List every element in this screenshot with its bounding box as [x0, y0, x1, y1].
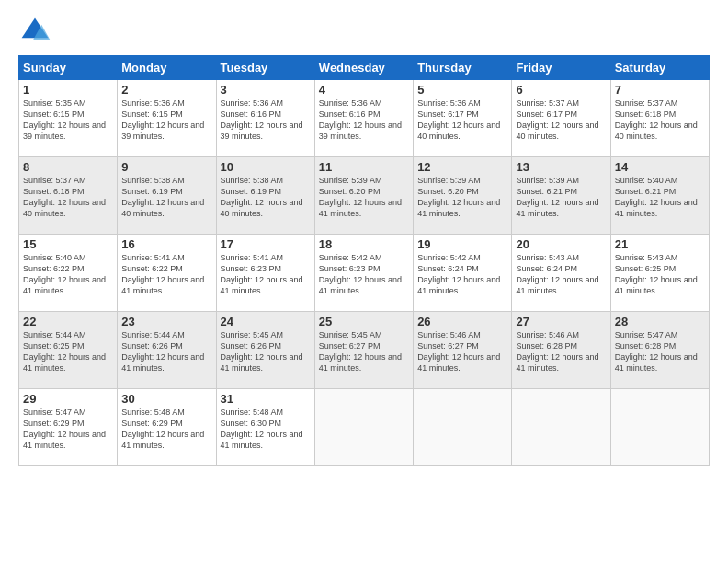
day-info: Sunrise: 5:39 AMSunset: 6:20 PMDaylight:… — [417, 175, 507, 220]
calendar-cell: 9Sunrise: 5:38 AMSunset: 6:19 PMDaylight… — [118, 157, 216, 235]
day-number: 24 — [221, 315, 311, 328]
calendar-cell: 5Sunrise: 5:36 AMSunset: 6:17 PMDaylight… — [414, 80, 512, 157]
calendar-cell — [610, 389, 709, 466]
day-number: 18 — [319, 237, 409, 251]
calendar-cell: 23Sunrise: 5:44 AMSunset: 6:26 PMDayligh… — [118, 312, 216, 389]
calendar-cell: 26Sunrise: 5:46 AMSunset: 6:27 PMDayligh… — [414, 312, 512, 389]
calendar-cell: 19Sunrise: 5:42 AMSunset: 6:24 PMDayligh… — [414, 235, 512, 312]
calendar-row-3: 15Sunrise: 5:40 AMSunset: 6:22 PMDayligh… — [19, 235, 710, 312]
day-number: 1 — [23, 83, 113, 97]
weekday-header-wednesday: Wednesday — [314, 56, 413, 80]
day-number: 19 — [417, 237, 507, 251]
day-number: 22 — [23, 315, 113, 328]
calendar-table: SundayMondayTuesdayWednesdayThursdayFrid… — [18, 55, 710, 466]
calendar-cell: 22Sunrise: 5:44 AMSunset: 6:25 PMDayligh… — [19, 312, 118, 389]
day-number: 30 — [121, 392, 211, 406]
weekday-header-thursday: Thursday — [414, 56, 512, 80]
weekday-header-tuesday: Tuesday — [216, 56, 314, 80]
calendar-cell: 10Sunrise: 5:38 AMSunset: 6:19 PMDayligh… — [216, 157, 314, 235]
calendar-cell: 14Sunrise: 5:40 AMSunset: 6:21 PMDayligh… — [610, 157, 709, 235]
day-info: Sunrise: 5:40 AMSunset: 6:21 PMDaylight:… — [615, 175, 705, 220]
day-number: 11 — [319, 160, 409, 174]
day-number: 4 — [319, 83, 409, 97]
calendar-cell: 29Sunrise: 5:47 AMSunset: 6:29 PMDayligh… — [19, 389, 118, 466]
calendar-cell: 15Sunrise: 5:40 AMSunset: 6:22 PMDayligh… — [19, 235, 118, 312]
header — [18, 15, 710, 48]
calendar-cell: 30Sunrise: 5:48 AMSunset: 6:29 PMDayligh… — [118, 389, 216, 466]
calendar-cell: 6Sunrise: 5:37 AMSunset: 6:17 PMDaylight… — [512, 80, 610, 157]
day-number: 31 — [221, 392, 311, 406]
weekday-header-row: SundayMondayTuesdayWednesdayThursdayFrid… — [19, 56, 710, 80]
day-number: 13 — [516, 160, 606, 174]
calendar-cell: 24Sunrise: 5:45 AMSunset: 6:26 PMDayligh… — [216, 312, 314, 389]
day-info: Sunrise: 5:37 AMSunset: 6:18 PMDaylight:… — [615, 98, 705, 143]
day-info: Sunrise: 5:36 AMSunset: 6:15 PMDaylight:… — [121, 98, 211, 143]
day-info: Sunrise: 5:37 AMSunset: 6:18 PMDaylight:… — [23, 175, 113, 220]
day-info: Sunrise: 5:41 AMSunset: 6:23 PMDaylight:… — [221, 252, 311, 297]
calendar-cell: 12Sunrise: 5:39 AMSunset: 6:20 PMDayligh… — [414, 157, 512, 235]
calendar-cell: 11Sunrise: 5:39 AMSunset: 6:20 PMDayligh… — [314, 157, 413, 235]
calendar-cell — [414, 389, 512, 466]
logo — [18, 15, 55, 48]
calendar-cell — [512, 389, 610, 466]
day-info: Sunrise: 5:46 AMSunset: 6:27 PMDaylight:… — [417, 329, 507, 374]
day-info: Sunrise: 5:36 AMSunset: 6:17 PMDaylight:… — [417, 98, 507, 143]
day-number: 17 — [221, 237, 311, 251]
calendar-row-1: 1Sunrise: 5:35 AMSunset: 6:15 PMDaylight… — [19, 80, 710, 157]
calendar-cell: 21Sunrise: 5:43 AMSunset: 6:25 PMDayligh… — [610, 235, 709, 312]
day-info: Sunrise: 5:47 AMSunset: 6:28 PMDaylight:… — [615, 329, 705, 374]
day-info: Sunrise: 5:45 AMSunset: 6:26 PMDaylight:… — [221, 329, 311, 374]
calendar-cell: 31Sunrise: 5:48 AMSunset: 6:30 PMDayligh… — [216, 389, 314, 466]
logo-icon — [18, 15, 51, 48]
day-info: Sunrise: 5:40 AMSunset: 6:22 PMDaylight:… — [23, 252, 113, 297]
day-info: Sunrise: 5:43 AMSunset: 6:25 PMDaylight:… — [615, 252, 705, 297]
calendar-cell: 3Sunrise: 5:36 AMSunset: 6:16 PMDaylight… — [216, 80, 314, 157]
day-info: Sunrise: 5:39 AMSunset: 6:20 PMDaylight:… — [319, 175, 409, 220]
day-info: Sunrise: 5:47 AMSunset: 6:29 PMDaylight:… — [23, 407, 113, 452]
calendar-cell: 2Sunrise: 5:36 AMSunset: 6:15 PMDaylight… — [118, 80, 216, 157]
day-number: 20 — [516, 237, 606, 251]
calendar-cell: 7Sunrise: 5:37 AMSunset: 6:18 PMDaylight… — [610, 80, 709, 157]
day-number: 16 — [121, 237, 211, 251]
day-number: 29 — [23, 392, 113, 406]
calendar-cell: 16Sunrise: 5:41 AMSunset: 6:22 PMDayligh… — [118, 235, 216, 312]
day-info: Sunrise: 5:44 AMSunset: 6:26 PMDaylight:… — [121, 329, 211, 374]
calendar-cell: 4Sunrise: 5:36 AMSunset: 6:16 PMDaylight… — [314, 80, 413, 157]
day-info: Sunrise: 5:36 AMSunset: 6:16 PMDaylight:… — [221, 98, 311, 143]
day-number: 23 — [121, 315, 211, 328]
calendar-cell: 1Sunrise: 5:35 AMSunset: 6:15 PMDaylight… — [19, 80, 118, 157]
weekday-header-saturday: Saturday — [610, 56, 709, 80]
day-number: 3 — [221, 83, 311, 97]
day-number: 14 — [615, 160, 705, 174]
day-info: Sunrise: 5:48 AMSunset: 6:29 PMDaylight:… — [121, 407, 211, 452]
day-number: 7 — [615, 83, 705, 97]
day-number: 8 — [23, 160, 113, 174]
day-info: Sunrise: 5:41 AMSunset: 6:22 PMDaylight:… — [121, 252, 211, 297]
day-info: Sunrise: 5:44 AMSunset: 6:25 PMDaylight:… — [23, 329, 113, 374]
day-info: Sunrise: 5:38 AMSunset: 6:19 PMDaylight:… — [121, 175, 211, 220]
calendar-cell: 25Sunrise: 5:45 AMSunset: 6:27 PMDayligh… — [314, 312, 413, 389]
day-info: Sunrise: 5:46 AMSunset: 6:28 PMDaylight:… — [516, 329, 606, 374]
day-info: Sunrise: 5:48 AMSunset: 6:30 PMDaylight:… — [221, 407, 311, 452]
calendar-cell: 17Sunrise: 5:41 AMSunset: 6:23 PMDayligh… — [216, 235, 314, 312]
weekday-header-monday: Monday — [118, 56, 216, 80]
day-info: Sunrise: 5:45 AMSunset: 6:27 PMDaylight:… — [319, 329, 409, 374]
day-info: Sunrise: 5:38 AMSunset: 6:19 PMDaylight:… — [221, 175, 311, 220]
day-number: 26 — [417, 315, 507, 328]
calendar-cell — [314, 389, 413, 466]
day-info: Sunrise: 5:37 AMSunset: 6:17 PMDaylight:… — [516, 98, 606, 143]
day-info: Sunrise: 5:39 AMSunset: 6:21 PMDaylight:… — [516, 175, 606, 220]
day-number: 9 — [121, 160, 211, 174]
day-number: 28 — [615, 315, 705, 328]
weekday-header-sunday: Sunday — [19, 56, 118, 80]
day-number: 2 — [121, 83, 211, 97]
day-info: Sunrise: 5:42 AMSunset: 6:23 PMDaylight:… — [319, 252, 409, 297]
calendar-cell: 13Sunrise: 5:39 AMSunset: 6:21 PMDayligh… — [512, 157, 610, 235]
day-info: Sunrise: 5:35 AMSunset: 6:15 PMDaylight:… — [23, 98, 113, 143]
calendar-row-5: 29Sunrise: 5:47 AMSunset: 6:29 PMDayligh… — [19, 389, 710, 466]
day-number: 6 — [516, 83, 606, 97]
day-info: Sunrise: 5:36 AMSunset: 6:16 PMDaylight:… — [319, 98, 409, 143]
calendar-cell: 18Sunrise: 5:42 AMSunset: 6:23 PMDayligh… — [314, 235, 413, 312]
day-number: 21 — [615, 237, 705, 251]
day-number: 12 — [417, 160, 507, 174]
